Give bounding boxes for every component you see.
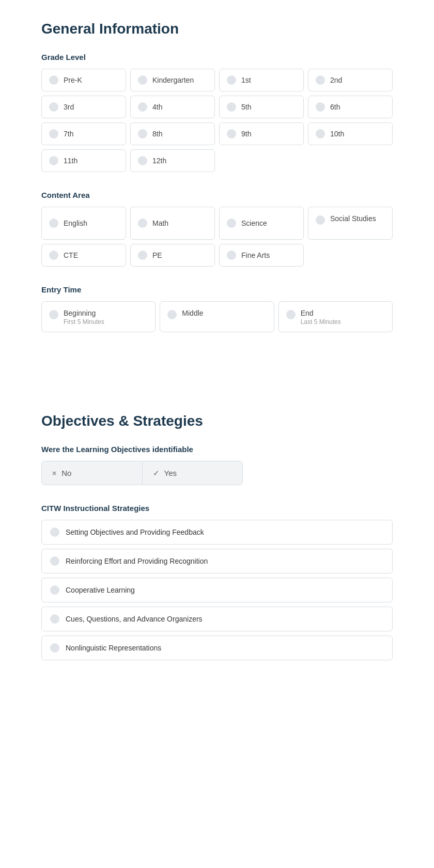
grade-1st-radio <box>227 75 236 85</box>
entry-beginning-subtext: First 5 Minutes <box>64 318 104 326</box>
citw-label: CITW Instructional Strategies <box>41 504 393 513</box>
entry-time-grid: Beginning First 5 Minutes Middle End Las… <box>41 301 393 332</box>
strategy-setting-objectives-radio <box>50 528 59 537</box>
content-english-label: English <box>64 219 87 227</box>
strategy-setting-objectives-label: Setting Objectives and Providing Feedbac… <box>66 528 204 536</box>
section-spacer <box>41 351 393 413</box>
entry-middle[interactable]: Middle <box>160 301 274 332</box>
grade-2nd-radio <box>316 75 325 85</box>
grade-10th[interactable]: 10th <box>308 122 393 145</box>
grade-8th-radio <box>138 129 147 138</box>
strategy-cooperative-learning-label: Cooperative Learning <box>66 586 135 594</box>
grade-3rd-radio <box>49 102 58 112</box>
grade-4th[interactable]: 4th <box>130 96 215 118</box>
grade-pre-k[interactable]: Pre-K <box>41 69 126 91</box>
content-english-radio <box>49 219 58 228</box>
content-english[interactable]: English <box>41 207 126 240</box>
no-button[interactable]: × No <box>42 461 143 485</box>
strategy-list: Setting Objectives and Providing Feedbac… <box>41 520 393 660</box>
content-math-label: Math <box>152 219 168 227</box>
strategy-nonlinguistic[interactable]: Nonlinguistic Representations <box>41 636 393 660</box>
entry-middle-content: Middle <box>182 309 203 317</box>
content-fine-arts-radio <box>227 251 236 260</box>
grade-6th-radio <box>316 102 325 112</box>
learning-objectives-label: Were the Learning Objectives identifiabl… <box>41 445 393 454</box>
content-social-studies[interactable]: Social Studies <box>308 207 393 240</box>
entry-beginning-radio <box>49 310 58 319</box>
grade-1st[interactable]: 1st <box>219 69 304 91</box>
content-area-label: Content Area <box>41 191 393 199</box>
entry-beginning-label: Beginning <box>64 309 104 317</box>
grade-9th-label: 9th <box>241 130 251 138</box>
grade-5th-radio <box>227 102 236 112</box>
grade-11th-label: 11th <box>64 157 78 165</box>
grade-kindergarten-label: Kindergarten <box>152 76 194 84</box>
strategy-reinforcing-effort-label: Reinforcing Effort and Providing Recogni… <box>66 557 208 565</box>
content-science-radio <box>227 219 236 228</box>
entry-end[interactable]: End Last 5 Minutes <box>278 301 393 332</box>
grade-4th-label: 4th <box>152 103 162 111</box>
grade-3rd-label: 3rd <box>64 103 74 111</box>
strategy-cues-questions[interactable]: Cues, Questions, and Advance Organizers <box>41 607 393 631</box>
entry-end-label: End <box>301 309 341 317</box>
grade-3rd[interactable]: 3rd <box>41 96 126 118</box>
grade-12th-label: 12th <box>152 157 166 165</box>
strategy-setting-objectives[interactable]: Setting Objectives and Providing Feedbac… <box>41 520 393 545</box>
grade-7th[interactable]: 7th <box>41 122 126 145</box>
content-science[interactable]: Science <box>219 207 304 240</box>
content-pe-label: PE <box>152 251 162 259</box>
content-cte[interactable]: CTE <box>41 244 126 267</box>
strategy-reinforcing-effort-radio <box>50 556 59 566</box>
learning-objectives-section: Were the Learning Objectives identifiabl… <box>41 445 393 485</box>
grade-7th-radio <box>49 129 58 138</box>
content-area-grid: English Math Science Social Studies CTE … <box>41 207 393 267</box>
grade-6th[interactable]: 6th <box>308 96 393 118</box>
grade-9th-radio <box>227 129 236 138</box>
grade-11th-radio <box>49 156 58 165</box>
entry-time-label: Entry Time <box>41 285 393 294</box>
grade-12th[interactable]: 12th <box>130 149 215 172</box>
grade-11th[interactable]: 11th <box>41 149 126 172</box>
grade-5th[interactable]: 5th <box>219 96 304 118</box>
entry-beginning[interactable]: Beginning First 5 Minutes <box>41 301 156 332</box>
grade-9th[interactable]: 9th <box>219 122 304 145</box>
grade-8th[interactable]: 8th <box>130 122 215 145</box>
entry-end-subtext: Last 5 Minutes <box>301 318 341 326</box>
strategy-nonlinguistic-label: Nonlinguistic Representations <box>66 644 161 652</box>
general-info-title: General Information <box>41 21 393 37</box>
grade-2nd-label: 2nd <box>330 76 342 84</box>
entry-end-radio <box>286 310 296 319</box>
content-fine-arts-label: Fine Arts <box>241 251 270 259</box>
grade-10th-label: 10th <box>330 130 344 138</box>
strategy-nonlinguistic-radio <box>50 643 59 653</box>
strategy-reinforcing-effort[interactable]: Reinforcing Effort and Providing Recogni… <box>41 549 393 574</box>
objectives-title: Objectives & Strategies <box>41 413 393 429</box>
yes-label: Yes <box>164 469 177 477</box>
citw-section: CITW Instructional Strategies Setting Ob… <box>41 504 393 660</box>
grade-level-grid: Pre-K Kindergarten 1st 2nd 3rd 4th <box>41 69 393 172</box>
grade-level-section: Grade Level Pre-K Kindergarten 1st 2nd 3… <box>41 53 393 172</box>
grade-pre-k-label: Pre-K <box>64 76 82 84</box>
content-social-studies-radio <box>316 215 325 225</box>
grade-6th-label: 6th <box>330 103 340 111</box>
strategy-cooperative-learning-radio <box>50 585 59 595</box>
no-icon: × <box>52 469 56 477</box>
strategy-cues-questions-label: Cues, Questions, and Advance Organizers <box>66 615 203 623</box>
entry-time-section: Entry Time Beginning First 5 Minutes Mid… <box>41 285 393 332</box>
grade-2nd[interactable]: 2nd <box>308 69 393 91</box>
yes-button[interactable]: ✓ Yes <box>143 461 243 485</box>
page-container: General Information Grade Level Pre-K Ki… <box>0 0 434 700</box>
grade-5th-label: 5th <box>241 103 251 111</box>
content-pe[interactable]: PE <box>130 244 215 267</box>
content-science-label: Science <box>241 219 267 227</box>
grade-kindergarten[interactable]: Kindergarten <box>130 69 215 91</box>
entry-beginning-content: Beginning First 5 Minutes <box>64 309 104 326</box>
content-math[interactable]: Math <box>130 207 215 240</box>
grade-8th-label: 8th <box>152 130 162 138</box>
strategy-cooperative-learning[interactable]: Cooperative Learning <box>41 578 393 602</box>
grade-4th-radio <box>138 102 147 112</box>
content-math-radio <box>138 219 147 228</box>
content-fine-arts[interactable]: Fine Arts <box>219 244 304 267</box>
content-cte-radio <box>49 251 58 260</box>
content-social-studies-label: Social Studies <box>330 214 376 223</box>
